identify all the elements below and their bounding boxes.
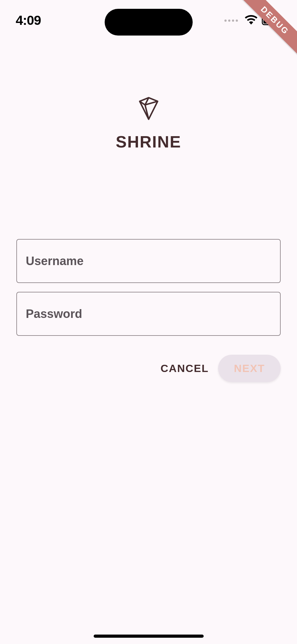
next-button[interactable]: NEXT	[218, 355, 281, 382]
login-form: CANCEL NEXT	[16, 239, 281, 382]
button-row: CANCEL NEXT	[16, 355, 281, 382]
app-title: SHRINE	[116, 132, 181, 151]
cellular-dots-icon	[224, 19, 238, 22]
device-notch	[105, 9, 193, 36]
diamond-icon	[137, 96, 160, 122]
wifi-icon	[245, 15, 257, 26]
status-time: 4:09	[16, 13, 41, 28]
username-input[interactable]	[16, 239, 281, 283]
password-input[interactable]	[16, 292, 281, 336]
cancel-button[interactable]: CANCEL	[151, 356, 218, 381]
home-indicator[interactable]	[94, 635, 204, 638]
logo-section: SHRINE	[0, 96, 297, 151]
